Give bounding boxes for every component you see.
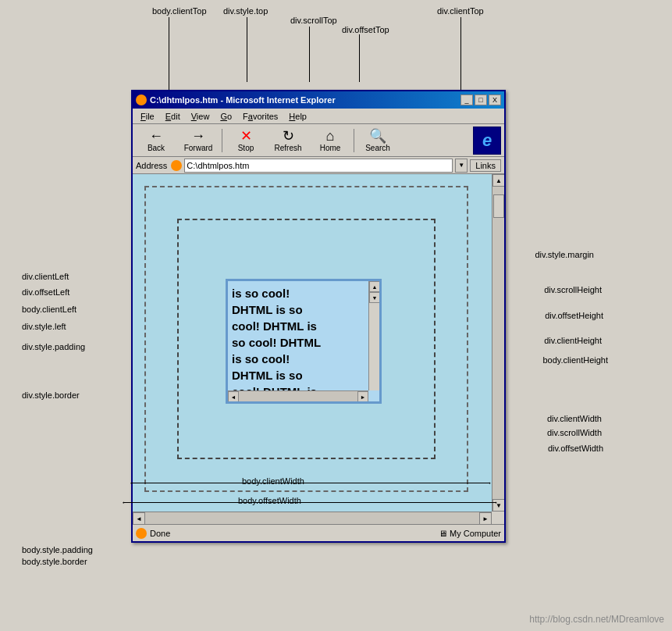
menu-edit[interactable]: Edit [161,112,185,121]
inner-div-wrapper: is so cool!DHTML is socool! DHTML isso c… [177,219,436,459]
annotation-div-style-top: div.style.top [223,6,268,16]
annotation-body-client-width: body.clientWidth [242,476,304,486]
forward-icon: → [191,129,205,143]
outer-container: body.clientTop div.style.top div.scrollT… [0,0,672,631]
annotation-div-offset-width: div.offsetWidth [548,444,603,453]
annotation-div-style-border: div.style.border [22,390,80,400]
line-div-offset-top [359,34,360,82]
annotation-div-scroll-width: div.scrollWidth [547,428,602,437]
address-dropdown[interactable]: ▼ [455,159,468,173]
content-div-scrollbar-y[interactable]: ▲ ▼ [368,281,379,390]
browser-content: ▲ ▼ ◄ ► [133,174,504,524]
ie-icon [136,94,147,105]
minimize-button[interactable]: _ [460,94,473,105]
search-icon: 🔍 [369,129,386,143]
scroll-thumb-right[interactable] [493,194,504,218]
menu-view[interactable]: View [187,112,215,121]
links-button[interactable]: Links [470,159,501,172]
arrow-right-client-width: → [484,478,492,487]
scrollbar-right[interactable]: ▲ ▼ [492,174,504,512]
scroll-up-button[interactable]: ▲ [492,174,504,187]
refresh-icon: ↻ [283,129,294,143]
line-body-client-top [169,17,169,90]
forward-label: Forward [184,144,213,152]
toolbar: ← Back → Forward ✕ Stop ↻ Refresh ⌂ Home [133,124,504,157]
annotation-div-client-width: div.clientWidth [547,414,602,423]
content-div: is so cool!DHTML is socool! DHTML isso c… [226,279,382,404]
line-div-scroll-top [309,27,310,82]
ie-logo-letter: e [482,130,492,151]
annotation-div-offset-left: div.offsetLeft [22,287,69,297]
line-body-offset-width [123,502,496,503]
search-label: Search [365,144,390,152]
scrollbar-bottom[interactable]: ◄ ► [133,512,492,524]
status-bar: Done 🖥 My Computer [133,524,504,541]
ie-window: C:\dhtmlpos.htm - Microsoft Internet Exp… [131,90,506,543]
status-icon [136,528,147,539]
refresh-label: Refresh [274,144,301,152]
title-bar: C:\dhtmlpos.htm - Microsoft Internet Exp… [133,91,504,109]
content-scroll-right[interactable]: ► [357,391,368,402]
annotation-div-offset-top: div.offsetTop [342,25,389,34]
stop-label: Stop [238,144,254,152]
annotation-body-client-top: body.clientTop [152,6,207,16]
computer-label: My Computer [450,529,501,538]
annotation-div-scroll-height: div.scrollHeight [544,285,602,294]
stop-button[interactable]: ✕ Stop [226,127,266,155]
maximize-button[interactable]: □ [475,94,487,105]
annotation-body-offset-width: body.offsetWidth [238,496,301,505]
annotation-div-offset-height: div.offsetHeight [545,311,603,320]
content-scroll-left[interactable]: ◄ [228,391,239,402]
toolbar-separator-1 [222,129,222,152]
content-scroll-down[interactable]: ▼ [369,292,380,303]
menu-file[interactable]: File [136,112,159,121]
line-div-style-top [247,17,247,82]
address-input[interactable] [184,159,453,173]
menu-favorites[interactable]: Favorites [238,112,283,121]
title-bar-left: C:\dhtmlpos.htm - Microsoft Internet Exp… [136,94,336,105]
title-bar-buttons: _ □ X [460,94,501,105]
page-content: is so cool!DHTML is socool! DHTML isso c… [133,174,492,512]
home-button[interactable]: ⌂ Home [310,127,350,155]
annotation-body-style-border: body.style.border [22,557,87,566]
close-button[interactable]: X [489,94,501,105]
scrollbar-corner [492,512,504,524]
back-label: Back [148,144,165,152]
annotation-div-style-margin: div.style.margin [535,250,594,259]
content-scroll-track-x [239,391,357,401]
refresh-button[interactable]: ↻ Refresh [268,127,308,155]
toolbar-separator-2 [354,129,354,152]
ie-logo: e [473,127,501,155]
stop-icon: ✕ [240,129,252,143]
address-label: Address [136,161,169,170]
line-body-client-width [131,483,490,483]
scroll-track-bottom [145,512,479,524]
status-text: Done [150,529,170,538]
annotation-div-client-height: div.clientHeight [544,336,602,345]
menu-help[interactable]: Help [284,112,311,121]
content-div-scrollbar-x[interactable]: ◄ ► [228,390,368,401]
computer-icon: 🖥 [439,529,447,538]
annotation-body-client-height: body.clientHeight [542,355,608,365]
annotation-div-client-top: div.clientTop [437,6,484,16]
menu-go[interactable]: Go [215,112,236,121]
arrow-left-offset-width: ← [121,497,130,507]
status-computer: 🖥 My Computer [439,529,501,538]
annotation-div-style-left: div.style.left [22,322,66,331]
annotation-div-style-padding: div.style.padding [22,342,85,351]
scroll-track-right [492,187,504,499]
content-scroll-up[interactable]: ▲ [369,281,380,292]
annotation-body-style-padding: body.style.padding [22,545,93,554]
search-button[interactable]: 🔍 Search [357,127,398,155]
back-button[interactable]: ← Back [136,127,176,155]
back-icon: ← [149,129,163,143]
scroll-right-button[interactable]: ► [479,512,492,524]
annotation-body-client-left: body.clientLeft [22,305,76,314]
address-icon [171,160,182,171]
content-text: is so cool!DHTML is socool! DHTML isso c… [228,281,379,404]
scroll-left-button[interactable]: ◄ [133,512,145,524]
window-title: C:\dhtmlpos.htm - Microsoft Internet Exp… [150,95,336,105]
home-label: Home [320,144,341,152]
outer-div: is so cool!DHTML is socool! DHTML isso c… [144,186,468,492]
forward-button[interactable]: → Forward [178,127,219,155]
